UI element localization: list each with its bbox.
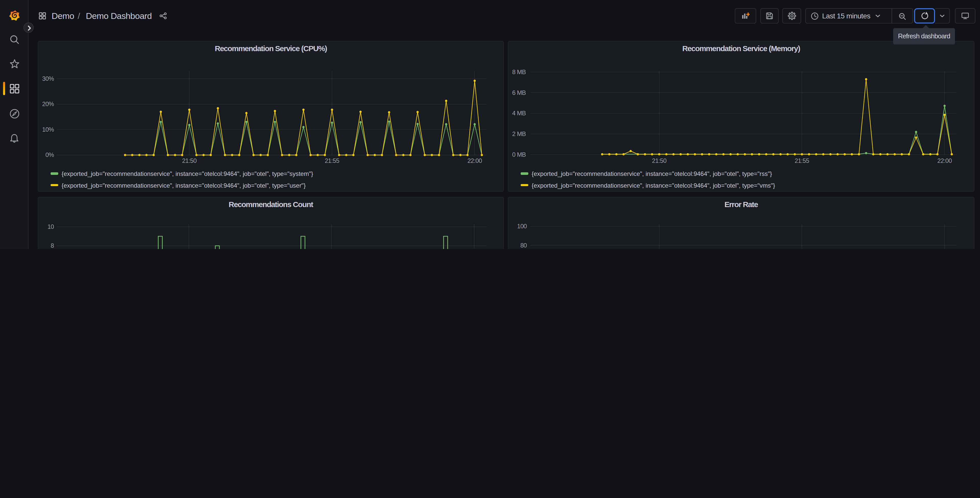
- svg-text:8: 8: [51, 242, 54, 249]
- svg-text:80: 80: [520, 242, 527, 249]
- svg-text:8 MB: 8 MB: [512, 69, 526, 75]
- svg-text:21:50: 21:50: [182, 157, 197, 164]
- svg-text:10: 10: [48, 223, 54, 230]
- svg-text:22:00: 22:00: [468, 157, 482, 164]
- svg-text:6 MB: 6 MB: [512, 89, 526, 96]
- svg-text:30%: 30%: [42, 75, 54, 82]
- svg-text:21:50: 21:50: [652, 157, 667, 164]
- svg-text:20%: 20%: [42, 101, 54, 107]
- svg-text:22:00: 22:00: [937, 157, 952, 164]
- svg-text:0 MB: 0 MB: [512, 151, 526, 158]
- svg-text:10%: 10%: [42, 126, 54, 133]
- svg-text:21:55: 21:55: [795, 157, 809, 164]
- svg-text:4 MB: 4 MB: [512, 110, 526, 117]
- svg-text:100: 100: [517, 222, 527, 229]
- svg-text:0%: 0%: [46, 152, 54, 158]
- svg-text:2 MB: 2 MB: [512, 130, 526, 137]
- svg-text:21:55: 21:55: [325, 157, 339, 164]
